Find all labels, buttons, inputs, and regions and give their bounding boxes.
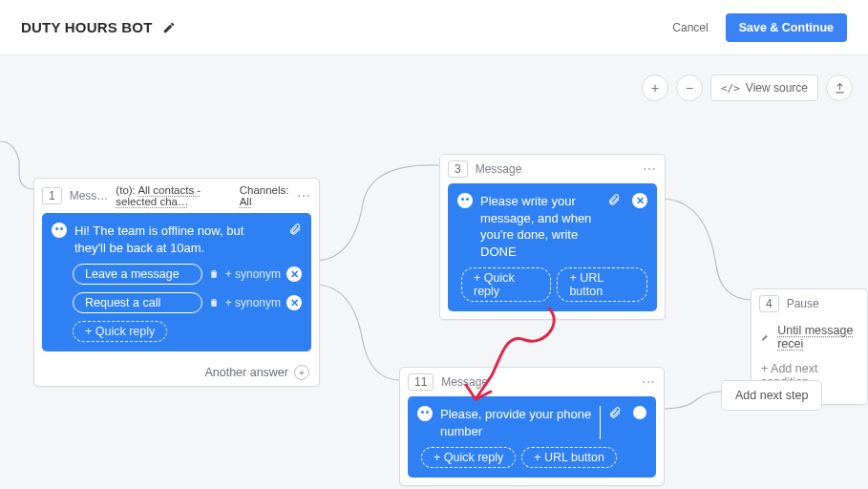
node-menu-icon[interactable]: ⋯ — [642, 374, 657, 390]
page-title: DUTY HOURS BOT — [21, 19, 153, 35]
channels-prefix: Channels: — [240, 184, 289, 196]
add-quick-reply[interactable]: + Quick reply — [421, 447, 516, 468]
message-bubble: Hi! The team is offline now, but they'll… — [42, 213, 311, 351]
node-type-label: Mess… — [70, 189, 109, 202]
message-text[interactable]: Hi! The team is offline now, but they'll… — [74, 223, 277, 256]
node-header: 11 Message ⋯ — [400, 368, 664, 396]
node-type-label: Pause — [787, 297, 819, 310]
node-number: 4 — [759, 295, 779, 312]
add-next-step[interactable]: Add next step — [721, 380, 822, 411]
node-to: (to): All contacts - selected cha… — [116, 184, 231, 207]
message-text[interactable]: Please write your message, and when you'… — [480, 193, 596, 260]
add-quick-reply[interactable]: + Quick reply — [461, 267, 551, 302]
quick-reply-chip[interactable]: Leave a message — [73, 264, 202, 285]
message-bubble: Please, provide your phone number + Quic… — [408, 396, 656, 478]
add-url-button[interactable]: + URL button — [521, 447, 617, 468]
node-header: 3 Message ⋯ — [440, 155, 665, 183]
bot-avatar-icon — [52, 223, 67, 238]
node-type-label: Message — [476, 162, 522, 176]
node-channels: Channels: All — [240, 184, 289, 207]
add-synonym[interactable]: + synonym — [225, 267, 281, 281]
output-port[interactable] — [633, 406, 646, 419]
output-port[interactable]: ✕ — [286, 295, 302, 310]
node-header: 4 Pause — [752, 289, 867, 318]
flow-node-11[interactable]: 11 Message ⋯ Please, provide your phone … — [399, 367, 665, 486]
node-menu-icon[interactable]: ⋯ — [297, 188, 312, 203]
another-answer-label[interactable]: Another answer — [204, 366, 288, 379]
pencil-icon — [761, 331, 770, 343]
to-prefix: (to): — [116, 184, 135, 196]
node-number: 1 — [42, 187, 62, 204]
node-menu-icon[interactable]: ⋯ — [643, 161, 658, 177]
node-type-label: Message — [441, 375, 488, 389]
quick-reply-chip[interactable]: Request a call — [73, 292, 202, 313]
flow-node-3[interactable]: 3 Message ⋯ Please write your message, a… — [439, 154, 666, 320]
flow-node-1[interactable]: 1 Mess… (to): All contacts - selected ch… — [33, 178, 320, 387]
bot-avatar-icon — [457, 193, 473, 208]
until-label: Until message recei — [777, 324, 857, 351]
save-continue-button[interactable]: Save & Continue — [726, 13, 847, 42]
add-quick-reply[interactable]: + Quick reply — [73, 321, 167, 342]
bot-avatar-icon — [417, 406, 433, 421]
node-footer: Another answer + — [34, 359, 319, 386]
channels-value[interactable]: All — [240, 196, 252, 207]
output-port[interactable]: ✕ — [286, 266, 302, 282]
header-actions: Cancel Save & Continue — [672, 13, 847, 42]
title-wrap: DUTY HOURS BOT — [21, 19, 176, 35]
attachment-icon[interactable] — [288, 223, 302, 236]
delete-icon[interactable] — [208, 297, 220, 308]
pause-condition[interactable]: Until message recei — [761, 318, 857, 356]
attachment-icon[interactable] — [608, 406, 622, 419]
node-number: 11 — [408, 373, 434, 391]
close-icon[interactable]: ✕ — [632, 193, 647, 208]
node-header: 1 Mess… (to): All contacts - selected ch… — [34, 179, 319, 213]
add-step-label: Add next step — [735, 389, 808, 402]
attachment-icon[interactable] — [607, 193, 621, 206]
edit-title-icon[interactable] — [162, 21, 176, 34]
header-bar: DUTY HOURS BOT Cancel Save & Continue — [0, 0, 868, 55]
add-synonym[interactable]: + synonym — [225, 296, 281, 309]
node-number: 3 — [448, 160, 468, 178]
add-answer-icon[interactable]: + — [294, 365, 309, 380]
cancel-button[interactable]: Cancel — [672, 21, 708, 34]
delete-icon[interactable] — [208, 268, 220, 280]
message-bubble: Please write your message, and when you'… — [448, 183, 657, 311]
flow-canvas[interactable]: 1 Mess… (to): All contacts - selected ch… — [0, 55, 868, 489]
message-text[interactable]: Please, provide your phone number — [440, 406, 601, 439]
add-url-button[interactable]: + URL button — [557, 267, 647, 302]
